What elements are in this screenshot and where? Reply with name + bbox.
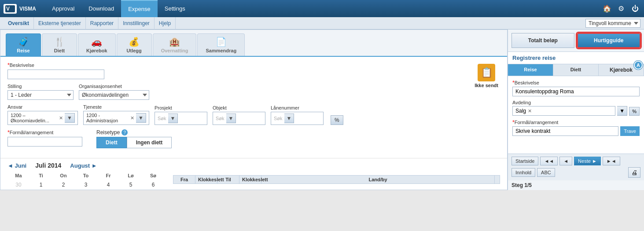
right-tab-kjorebok[interactable]: Kjørebok A — [599, 64, 644, 76]
svg-text:V: V — [6, 6, 10, 12]
tjeneste-dropdown[interactable]: ▼ — [136, 113, 146, 123]
right-form: *Beskrivelse Avdeling Salg ✕ ▼ % *Formål… — [508, 76, 644, 154]
next-button[interactable]: Neste ► — [574, 157, 601, 165]
tab-sammendrag-label: Sammendrag — [206, 48, 236, 53]
calendar-grid-wrapper: Ma Ti On To Fr Lø Sø 30 1 2 3 4 5 — [7, 172, 164, 190]
calendar-nav: ◄ Juni Juli 2014 August ► — [7, 162, 500, 169]
innhold-button[interactable]: Innhold — [512, 168, 535, 177]
beskrivelse-input[interactable] — [7, 70, 104, 79]
objekt-field: Objekt Søk ▼ — [213, 105, 265, 125]
ansvar-field: Ansvar 1200 – Økonomiavdelin... ✕ ▼ — [7, 104, 78, 125]
totalt-belop-button[interactable]: Totalt beløp — [512, 33, 574, 48]
cal-2[interactable]: 2 — [52, 180, 74, 190]
tab-reise[interactable]: 🧳 Reise — [6, 33, 41, 56]
nav-settings[interactable]: Settings — [158, 0, 192, 17]
stilling-select[interactable]: 1 - Leder — [7, 90, 74, 100]
right-beskrivelse-input[interactable] — [512, 87, 640, 96]
cal-30[interactable]: 30 — [7, 180, 29, 190]
ansvar-dropdown[interactable]: ▼ — [65, 113, 75, 123]
col-fra: Fra — [173, 176, 195, 183]
right-tab-diett[interactable]: Diett — [553, 64, 599, 76]
second-navigation: Oversikt Eksterne tjenester Rapporter In… — [0, 17, 644, 29]
right-formaal-label: *Formål/arrangement — [512, 119, 640, 125]
beskrivelse-label: *Beskrivelse — [7, 62, 500, 68]
right-tab-reise[interactable]: Reise — [508, 64, 553, 76]
print-button[interactable]: 🖨 — [628, 167, 640, 178]
home-icon[interactable]: 🏠 — [602, 4, 612, 14]
tab-overnatting: 🏨 Overnatting — [153, 33, 197, 56]
company-select[interactable]: Tingvoll kommune — [585, 19, 640, 28]
right-formaal-row: Trave — [512, 126, 640, 136]
reisetype-toggle: Diett Ingen diett — [96, 137, 172, 148]
objekt-dropdown[interactable]: ▼ — [226, 114, 236, 123]
tjeneste-field: Tjeneste 1200 - Administrasjon ✕ ▼ — [83, 104, 149, 125]
stilling-org-row: Stilling 1 - Leder Organisasjonsenhet Øk… — [7, 84, 500, 100]
ansvar-label: Ansvar — [7, 104, 78, 110]
ansvar-value: 1200 – Økonomiavdelin... — [11, 113, 57, 123]
nav-expense[interactable]: Expense — [121, 0, 158, 17]
lanenummer-label: Lånenummer — [271, 105, 324, 110]
travel-button[interactable]: Trave — [620, 126, 640, 136]
prosjekt-dropdown[interactable]: ▼ — [168, 114, 178, 123]
right-formaal-input[interactable] — [512, 126, 618, 136]
right-avdeling-row: Salg ✕ ▼ % — [512, 106, 640, 116]
ansvar-clear[interactable]: ✕ — [59, 115, 63, 121]
tab-sammendrag[interactable]: 📄 Sammendrag — [197, 33, 245, 56]
logo: V VISMA — [4, 4, 36, 14]
nav-rapporter[interactable]: Rapporter — [86, 17, 118, 29]
prev-month[interactable]: ◄ Juni — [7, 162, 26, 169]
power-icon[interactable]: ⏻ — [630, 4, 640, 14]
cal-1[interactable]: 1 — [30, 180, 52, 190]
nav-row-1: Startside ◄◄ ◄ Neste ► ►◄ — [512, 157, 640, 165]
cal-5[interactable]: 5 — [120, 180, 142, 190]
next-month[interactable]: August ► — [70, 162, 97, 169]
prosjekt-input: Søk ▼ — [155, 112, 207, 125]
nav-eksterne[interactable]: Eksterne tjenester — [34, 17, 86, 29]
col-til: Til — [217, 176, 239, 183]
nav-innstillinger[interactable]: Innstillinger — [118, 17, 155, 29]
day-ma: Ma — [7, 172, 29, 180]
tab-diett[interactable]: 🍴 Diett — [42, 33, 77, 56]
formaal-label: *Formål/arrangement — [7, 129, 82, 136]
diett-icon: 🍴 — [54, 37, 65, 47]
tab-utlegg[interactable]: 💰 Utlegg — [117, 33, 152, 56]
ikke-sendt-badge[interactable]: 📋 Ikke sendt — [475, 64, 498, 88]
lanenummer-dropdown[interactable]: ▼ — [284, 114, 294, 123]
hurtigguide-button[interactable]: Hurtigguide — [577, 33, 641, 48]
right-avdeling-dropdown[interactable]: ▼ — [617, 106, 627, 116]
nav-download[interactable]: Download — [81, 0, 121, 17]
nav-row-2: Innhold ABC 🖨 — [512, 167, 640, 178]
org-select[interactable]: Økonomiavdelingen — [79, 90, 149, 100]
day-ti: Ti — [30, 172, 52, 180]
last-button[interactable]: ►◄ — [603, 157, 620, 165]
cal-6[interactable]: 6 — [142, 180, 164, 190]
prev-button[interactable]: ◄ — [559, 157, 572, 165]
tjeneste-tag-input: 1200 - Administrasjon ✕ ▼ — [83, 111, 149, 125]
diett-button[interactable]: Diett — [96, 137, 127, 148]
tab-kjorebok[interactable]: 🚗 Kjørebok — [78, 33, 116, 56]
gear-icon[interactable]: ⚙ — [616, 4, 626, 14]
tjeneste-clear[interactable]: ✕ — [130, 115, 134, 121]
right-percent-btn[interactable]: % — [629, 107, 640, 116]
right-avdeling-clear[interactable]: ✕ — [528, 108, 532, 114]
cal-4[interactable]: 4 — [97, 180, 119, 190]
percent-button[interactable]: % — [331, 115, 343, 125]
cal-3[interactable]: 3 — [75, 180, 97, 190]
day-so: Sø — [142, 172, 164, 180]
nav-hjelp[interactable]: Hjelp — [155, 17, 176, 29]
day-to: To — [75, 172, 97, 180]
day-fr: Fr — [97, 172, 119, 180]
startside-button[interactable]: Startside — [512, 157, 538, 165]
ingen-diett-button[interactable]: Ingen diett — [127, 137, 172, 148]
nav-oversikt[interactable]: Oversikt — [4, 17, 34, 29]
objekt-input: Søk ▼ — [213, 112, 265, 125]
reisetype-help-icon[interactable]: ? — [121, 129, 128, 136]
right-avdeling-value: Salg — [515, 108, 526, 114]
first-button[interactable]: ◄◄ — [540, 157, 558, 165]
abc-button[interactable]: ABC — [537, 168, 555, 177]
overnatting-icon: 🏨 — [169, 37, 180, 47]
formaal-input[interactable] — [7, 137, 82, 147]
tab-kjorebok-label: Kjørebok — [86, 48, 107, 53]
day-lo: Lø — [120, 172, 142, 180]
nav-approval[interactable]: Approval — [45, 0, 81, 17]
